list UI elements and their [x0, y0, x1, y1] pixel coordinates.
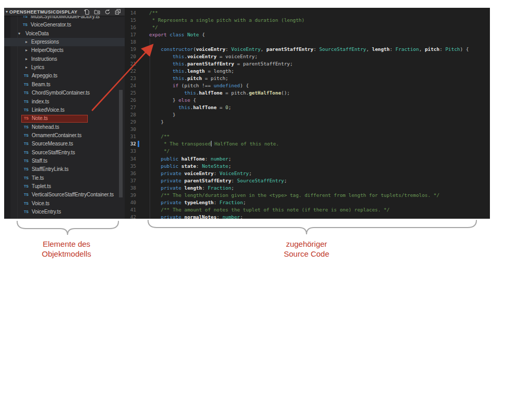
ts-file-icon: TS	[24, 89, 29, 97]
tree-item-label: Staff.ts	[32, 157, 47, 165]
tree-item-instructions[interactable]: ▸Instructions	[4, 55, 125, 63]
code-line-14[interactable]: 14/**	[125, 9, 490, 17]
tree-item-tuplet-ts[interactable]: TSTuplet.ts	[4, 182, 125, 191]
explorer-section-header[interactable]: ▾ OPENSHEETMUSICDISPLAY	[4, 8, 125, 16]
line-number: 31	[125, 133, 136, 140]
code-line-30[interactable]: 30	[125, 126, 490, 133]
tree-item-sourcestaffentry-ts[interactable]: TSSourceStaffEntry.ts	[4, 149, 125, 157]
tree-item-lyrics[interactable]: ▸Lyrics	[4, 63, 125, 72]
code-line-24[interactable]: 24 if (pitch !== undefined) {	[125, 82, 490, 89]
chevron-right-icon: ▸	[25, 38, 28, 46]
ts-file-icon: TS	[24, 131, 29, 140]
tree-item-index-ts[interactable]: TSindex.ts	[4, 98, 125, 106]
tree-item-note-ts[interactable]: TSNote.ts	[4, 114, 125, 123]
code-text: private length: Fraction;	[149, 184, 234, 192]
tree-item-voiceentry-ts[interactable]: TSVoiceEntry.ts	[4, 208, 125, 216]
new-folder-icon[interactable]	[94, 9, 100, 15]
code-line-22[interactable]: 22 this.length = length;	[125, 68, 490, 75]
code-line-17[interactable]: 17export class Note {	[125, 31, 490, 38]
line-number: 26	[125, 97, 136, 104]
file-tree: TSMusicSymbolModuleFactory.tsTSVoiceGene…	[4, 8, 125, 219]
ts-file-icon: TS	[24, 165, 29, 174]
tree-item-label: Arpeggio.ts	[32, 72, 58, 80]
tree-item-tie-ts[interactable]: TSTie.ts	[4, 174, 125, 182]
tree-item-voice-ts[interactable]: TSVoice.ts	[4, 200, 125, 208]
code-line-37[interactable]: 37 private parentStaffEntry: SourceStaff…	[125, 177, 490, 184]
line-number: 29	[125, 118, 136, 126]
tree-item-expressions[interactable]: ▸Expressions	[4, 38, 125, 46]
tree-item-staff-ts[interactable]: TSStaff.ts	[4, 157, 125, 165]
code-line-31[interactable]: 31 /**	[125, 133, 490, 140]
code-line-28[interactable]: 28 }	[125, 111, 490, 118]
code-line-35[interactable]: 35 public state: NoteState;	[125, 163, 490, 170]
line-number: 17	[125, 31, 136, 38]
code-line-41[interactable]: 41 /** The amount of notes the tuplet of…	[125, 206, 490, 214]
ts-file-icon: TS	[24, 123, 29, 131]
new-file-icon[interactable]	[84, 9, 90, 15]
explorer-toolbar	[84, 9, 121, 15]
tree-item-verticalsourcestaffentrycontainer-ts[interactable]: TSVerticalSourceStaffEntryContainer.ts	[4, 191, 125, 199]
code-line-33[interactable]: 33 */	[125, 148, 490, 155]
project-title: OPENSHEETMUSICDISPLAY	[9, 9, 77, 15]
tree-item-voicedata[interactable]: ▾VoiceData	[4, 30, 125, 38]
code-line-15[interactable]: 15 * Represents a single pitch with a du…	[125, 17, 490, 24]
code-text: */	[149, 24, 158, 31]
tree-item-partial[interactable]: TS	[4, 216, 125, 219]
code-text: private typeLength: Fraction;	[149, 199, 246, 206]
chevron-right-icon: ▸	[25, 46, 28, 55]
code-line-18[interactable]: 18	[125, 38, 490, 46]
tree-item-staffentrylink-ts[interactable]: TSStaffEntryLink.ts	[4, 165, 125, 174]
code-text: this.halfTone = pitch.getHalfTone();	[149, 89, 290, 97]
explorer-sidebar: TSMusicSymbolModuleFactory.tsTSVoiceGene…	[4, 8, 125, 219]
tree-item-notehead-ts[interactable]: TSNotehead.ts	[4, 123, 125, 131]
code-line-39[interactable]: 39 /** The length/duration given in the …	[125, 192, 490, 199]
tree-item-linkedvoice-ts[interactable]: TSLinkedVoice.ts	[4, 106, 125, 114]
tree-item-sourcemeasure-ts[interactable]: TSSourceMeasure.ts	[4, 140, 125, 148]
tree-item-label: HelperObjects	[31, 46, 63, 55]
code-line-42[interactable]: 42 private normalNotes: number;	[125, 214, 490, 219]
line-number: 23	[125, 75, 136, 82]
tree-item-label: Beam.ts	[32, 81, 50, 89]
tree-item-helperobjects[interactable]: ▸HelperObjects	[4, 46, 125, 55]
collapse-all-icon[interactable]	[115, 9, 121, 15]
code-line-27[interactable]: 27 this.halfTone = 0;	[125, 104, 490, 111]
tree-item-label: LinkedVoice.ts	[32, 106, 64, 114]
code-line-38[interactable]: 38 private length: Fraction;	[125, 184, 490, 192]
code-text: }	[149, 111, 176, 118]
right-brace	[148, 220, 476, 234]
code-text: export class Note {	[149, 31, 205, 38]
code-line-29[interactable]: 29 }	[125, 118, 490, 126]
code-line-32[interactable]: 32 * The transposed HalfTone of this not…	[125, 140, 490, 148]
tree-item-beam-ts[interactable]: TSBeam.ts	[4, 81, 125, 89]
code-line-40[interactable]: 40 private typeLength: Fraction;	[125, 199, 490, 206]
code-text: /**	[149, 9, 158, 17]
code-text: */	[149, 148, 170, 155]
tree-item-arpeggio-ts[interactable]: TSArpeggio.ts	[4, 72, 125, 80]
code-line-21[interactable]: 21 this.parentStaffEntry = parentStaffEn…	[125, 60, 490, 68]
code-line-26[interactable]: 26 } else {	[125, 97, 490, 104]
code-line-34[interactable]: 34 public halfTone: number;	[125, 155, 490, 163]
tree-item-label: Expressions	[31, 38, 59, 46]
tree-item-chordsymbolcontainer-ts[interactable]: TSChordSymbolContainer.ts	[4, 89, 125, 97]
ts-file-icon: TS	[24, 174, 29, 182]
line-number: 38	[125, 184, 136, 192]
ts-file-icon: TS	[24, 114, 29, 123]
code-line-20[interactable]: 20 this.voiceEntry = voiceEntry;	[125, 53, 490, 60]
code-line-36[interactable]: 36 private voiceEntry: VoiceEntry;	[125, 170, 490, 177]
page: { "colors":{"accent_red":"#c0392b","sele…	[0, 0, 532, 399]
tree-item-ornamentcontainer-ts[interactable]: TSOrnamentContainer.ts	[4, 131, 125, 140]
chevron-down-icon: ▾	[18, 30, 20, 38]
line-number: 28	[125, 111, 136, 118]
code-line-25[interactable]: 25 this.halfTone = pitch.getHalfTone();	[125, 89, 490, 97]
code-text: this.parentStaffEntry = parentStaffEntry…	[149, 60, 293, 68]
code-line-19[interactable]: 19 constructor(voiceEntry: VoiceEntry, p…	[125, 46, 490, 53]
tree-item-voicegenerator-ts[interactable]: TSVoiceGenerator.ts	[4, 21, 125, 29]
refresh-icon[interactable]	[104, 9, 111, 15]
code-line-23[interactable]: 23 this.pitch = pitch;	[125, 75, 490, 82]
code-line-16[interactable]: 16 */	[125, 24, 490, 31]
modified-gutter-marker	[138, 141, 139, 147]
line-number: 42	[125, 214, 136, 219]
line-number: 22	[125, 68, 136, 75]
line-number: 16	[125, 24, 136, 31]
sidebar-scrollbar[interactable]	[119, 90, 123, 197]
